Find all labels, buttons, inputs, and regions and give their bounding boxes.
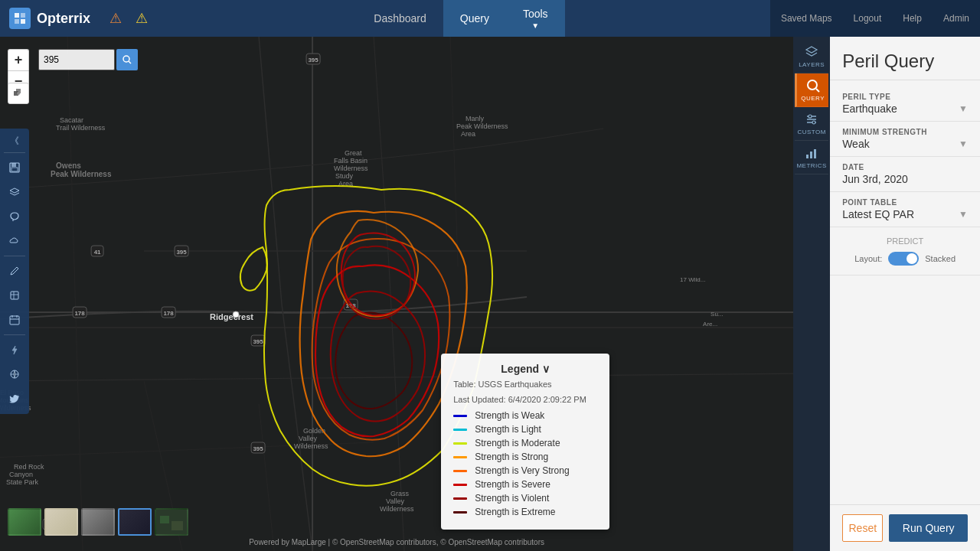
svg-text:395: 395 (253, 445, 263, 452)
legend-item: Strength is Weak (453, 410, 597, 421)
legend-color-swatch (453, 484, 467, 486)
legend-color-swatch (453, 442, 467, 445)
svg-text:395: 395 (176, 249, 187, 256)
peril-type-field: PERIL TYPE Earthquake ▼ (830, 86, 980, 122)
reset-button[interactable]: Reset (842, 514, 883, 542)
side-icon-layers-label: LAYERS (799, 61, 825, 68)
save-tool-button[interactable] (2, 156, 28, 179)
svg-text:178: 178 (163, 310, 174, 317)
run-query-button[interactable]: Run Query (889, 514, 968, 542)
point-table-label: POINT TABLE (842, 198, 968, 207)
collapse-button[interactable]: 《 (2, 132, 28, 150)
map-thumb-gray[interactable] (81, 508, 115, 536)
svg-point-66 (808, 80, 817, 90)
side-icon-layers[interactable]: LAYERS (795, 40, 828, 73)
admin-btn[interactable]: Admin (933, 0, 980, 37)
panel-content: Peril Query PERIL TYPE Earthquake ▼ MINI… (830, 37, 980, 551)
svg-rect-2 (15, 19, 19, 24)
svg-text:Are...: Are... (703, 321, 717, 328)
legend-color-swatch (453, 415, 467, 417)
lasso-tool-button[interactable] (2, 205, 28, 228)
nav-dashboard[interactable]: Dashboard (357, 0, 443, 37)
svg-text:Red Rock: Red Rock (14, 463, 44, 471)
side-icon-query-label: QUERY (801, 95, 825, 102)
search-button[interactable] (116, 49, 138, 70)
cloud-tool-button[interactable] (2, 230, 28, 253)
zoom-in-button[interactable]: + (8, 49, 29, 70)
svg-text:Su...: Su... (710, 311, 723, 318)
date-value: Jun 3rd, 2020 (842, 173, 968, 185)
svg-text:178: 178 (74, 310, 85, 317)
layout-label: Layout: (854, 254, 882, 263)
legend-color-swatch (453, 470, 467, 472)
legend-item-label: Strength is Strong (475, 452, 548, 462)
saved-maps-btn[interactable]: Saved Maps (770, 0, 843, 37)
svg-text:Peak Wilderness: Peak Wilderness (456, 122, 508, 130)
legend-item: Strength is Moderate (453, 438, 597, 448)
legend-item: Strength is Strong (453, 452, 597, 462)
logo-box: Opterrix (9, 8, 90, 29)
svg-text:Study: Study (335, 172, 354, 180)
toolbar-divider-2 (4, 256, 25, 256)
toggle-knob (906, 253, 917, 264)
svg-text:Ridgecrest: Ridgecrest (210, 312, 253, 321)
side-icon-metrics-label: METRICS (796, 162, 827, 169)
alert-icon-orange[interactable]: ⚠ (106, 9, 126, 28)
svg-line-53 (129, 61, 131, 64)
layout-toggle[interactable] (888, 252, 919, 266)
min-strength-dropdown[interactable]: Weak ▼ (842, 138, 968, 150)
svg-text:State Park: State Park (6, 478, 39, 486)
svg-point-72 (812, 121, 815, 124)
logout-btn[interactable]: Logout (843, 0, 893, 37)
search-input[interactable] (38, 49, 115, 70)
layers-tool-button[interactable] (2, 181, 28, 204)
svg-text:Trail Wilderness: Trail Wilderness (56, 124, 106, 132)
nav-tools[interactable]: Tools ▼ (506, 0, 565, 37)
help-btn[interactable]: Help (892, 0, 933, 37)
legend-box: Legend ∨ Table: USGS Earthquakes Last Up… (441, 354, 609, 530)
tools-chevron-icon: ▼ (531, 21, 539, 30)
left-toolbar: 《 (0, 129, 29, 414)
globe-tool-button[interactable] (2, 363, 28, 386)
nav-query[interactable]: Query (443, 0, 506, 37)
map-thumb-dark[interactable] (118, 508, 152, 536)
legend-color-swatch (453, 429, 467, 431)
peril-type-label: PERIL TYPE (842, 93, 968, 101)
svg-text:17 Wild...: 17 Wild... (680, 276, 705, 283)
point-table-dropdown[interactable]: Latest EQ PAR ▼ (842, 208, 968, 220)
svg-text:Area: Area (461, 130, 475, 138)
logo-icon (9, 8, 31, 29)
map-thumb-green[interactable] (8, 508, 41, 536)
svg-rect-58 (11, 163, 16, 167)
svg-rect-74 (810, 152, 812, 158)
map-thumb-light[interactable] (44, 508, 78, 536)
legend-items: Strength is WeakStrength is LightStrengt… (453, 410, 597, 517)
legend-item-label: Strength is Moderate (475, 438, 560, 448)
predict-button[interactable]: PREDICT (842, 233, 968, 249)
svg-rect-0 (15, 13, 19, 18)
svg-rect-3 (21, 19, 25, 24)
side-icon-metrics[interactable]: METRICS (795, 141, 828, 174)
peril-type-dropdown[interactable]: Earthquake ▼ (842, 103, 968, 115)
pen-tool-button[interactable] (2, 259, 28, 282)
alert-icon-yellow[interactable]: ⚠ (132, 9, 152, 28)
date-field: DATE Jun 3rd, 2020 (830, 157, 980, 192)
svg-rect-61 (10, 316, 19, 324)
date-label: DATE (842, 163, 968, 171)
map-thumb-satellite[interactable] (155, 508, 188, 536)
calendar-tool-button[interactable] (2, 308, 28, 331)
side-icon-custom[interactable]: CUSTOM (795, 107, 828, 141)
svg-text:Falls Basin: Falls Basin (334, 157, 368, 165)
header-left: Opterrix ⚠ ⚠ (9, 8, 152, 29)
svg-text:Owens: Owens (56, 161, 81, 170)
bolt-tool-button[interactable] (2, 338, 28, 361)
legend-title[interactable]: Legend ∨ (453, 363, 597, 375)
twitter-tool-button[interactable] (2, 387, 28, 410)
svg-rect-65 (172, 521, 183, 530)
edit-tool-button[interactable] (2, 284, 28, 307)
side-icon-query[interactable]: QUERY (795, 73, 828, 107)
map-area: 395 395 395 395 41 178 178 178 14 Sacata… (0, 37, 793, 551)
locate-button[interactable] (8, 83, 29, 104)
svg-rect-1 (21, 13, 25, 18)
legend-item: Strength is Light (453, 424, 597, 435)
